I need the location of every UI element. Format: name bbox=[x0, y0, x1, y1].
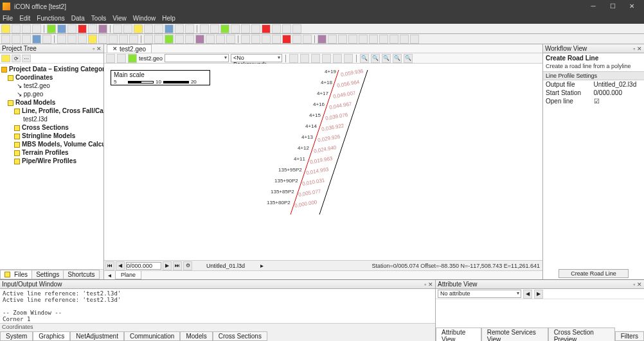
tool-icon[interactable] bbox=[106, 54, 115, 63]
tool-icon[interactable] bbox=[318, 35, 326, 44]
tree-line-profile[interactable]: Line, Profile, Cross Fall/Camber bbox=[22, 107, 103, 114]
tool-icon[interactable] bbox=[144, 24, 153, 33]
menu-file[interactable]: File bbox=[3, 15, 13, 22]
zoom-icon[interactable]: 🔍 bbox=[382, 54, 391, 63]
tree-item[interactable]: Pipe/Wire Profiles bbox=[22, 157, 76, 164]
tool-icon[interactable] bbox=[282, 24, 291, 33]
menu-help[interactable]: Help bbox=[162, 15, 175, 22]
menu-window[interactable]: Window bbox=[133, 15, 156, 22]
arrow-right-icon[interactable]: ▶ bbox=[534, 290, 543, 299]
background-dropdown[interactable]: <No Background> bbox=[231, 54, 282, 62]
io-output[interactable]: Active line reference: 'test2.l3d' Activ… bbox=[0, 289, 435, 323]
tab-cross-sections[interactable]: Cross Sections bbox=[213, 331, 267, 341]
tab-settings[interactable]: Settings bbox=[31, 270, 64, 279]
tool-icon[interactable] bbox=[129, 35, 138, 44]
tab-cross-section-preview[interactable]: Cross Section Preview bbox=[548, 328, 615, 341]
tool-icon[interactable] bbox=[262, 24, 271, 33]
tool-icon[interactable] bbox=[119, 35, 128, 44]
tree-item[interactable]: Stringline Models bbox=[22, 132, 75, 139]
tool-icon[interactable] bbox=[272, 24, 281, 33]
tab-shortcuts[interactable]: Shortcuts bbox=[63, 270, 99, 279]
tool-icon[interactable] bbox=[272, 35, 281, 44]
tab-models[interactable]: Models bbox=[180, 331, 212, 341]
tool-icon[interactable] bbox=[262, 35, 271, 44]
tree-item[interactable]: pp.geo bbox=[24, 91, 44, 98]
tool-icon[interactable] bbox=[333, 54, 342, 63]
zoom-icon[interactable]: 🔍 bbox=[371, 54, 380, 63]
nav-next-icon[interactable]: ▶ bbox=[163, 261, 172, 270]
tab-netadjustment[interactable]: NetAdjustment bbox=[70, 331, 124, 341]
tool-icon[interactable] bbox=[12, 24, 21, 33]
tool-icon[interactable] bbox=[251, 24, 260, 33]
tool-icon[interactable] bbox=[42, 35, 51, 44]
attribute-dropdown[interactable]: No attribute bbox=[438, 290, 521, 298]
tree-root[interactable]: Project Data – Existing Categories bbox=[9, 66, 103, 73]
tool-icon[interactable] bbox=[67, 24, 76, 33]
tool-icon[interactable] bbox=[216, 35, 225, 44]
tool-icon[interactable] bbox=[113, 24, 122, 33]
tool-icon[interactable] bbox=[344, 54, 353, 63]
tool-icon[interactable] bbox=[200, 24, 209, 33]
tool-icon[interactable] bbox=[338, 35, 347, 44]
tool-icon[interactable] bbox=[210, 24, 219, 33]
tool-icon[interactable] bbox=[22, 24, 31, 33]
maximize-button[interactable]: ☐ bbox=[603, 0, 622, 13]
tab-plane[interactable]: Plane bbox=[115, 271, 141, 279]
tool-icon[interactable] bbox=[12, 35, 21, 44]
panel-close-icon[interactable]: ▫ ✕ bbox=[424, 281, 433, 288]
menu-view[interactable]: View bbox=[112, 15, 127, 22]
tool-icon[interactable] bbox=[88, 24, 97, 33]
tool-icon[interactable] bbox=[22, 35, 31, 44]
tool-icon[interactable] bbox=[165, 24, 174, 33]
tool-icon[interactable] bbox=[154, 35, 163, 44]
tool-icon[interactable] bbox=[165, 35, 174, 44]
tool-icon[interactable] bbox=[109, 35, 118, 44]
tab-arrow-icon[interactable]: ◂ bbox=[104, 272, 115, 279]
menu-data[interactable]: Data bbox=[71, 15, 85, 22]
tab-files[interactable]: Files bbox=[0, 270, 32, 279]
tree-item[interactable]: Cross Sections bbox=[22, 124, 69, 131]
tool-icon[interactable] bbox=[300, 54, 309, 63]
wf-value[interactable]: Untitled_02.l3d bbox=[594, 81, 642, 88]
tab-communication[interactable]: Communication bbox=[124, 331, 180, 341]
canvas[interactable]: Main scale 5 10 20 4+194+184+174+164+154… bbox=[104, 64, 542, 260]
tree-item[interactable]: Terrain Profiles bbox=[22, 149, 69, 156]
create-road-line-button[interactable]: Create Road Line bbox=[559, 269, 629, 278]
settings-icon[interactable]: ⚙ bbox=[183, 261, 192, 270]
tool-icon[interactable] bbox=[128, 54, 137, 63]
tree-item[interactable]: MBS Models, Volume Calculation bbox=[22, 141, 103, 148]
tool-icon[interactable] bbox=[32, 35, 41, 44]
tool-icon[interactable] bbox=[322, 54, 331, 63]
tool-icon[interactable] bbox=[292, 35, 301, 44]
tool-icon[interactable] bbox=[348, 35, 357, 44]
tool-icon[interactable] bbox=[98, 24, 107, 33]
tool-icon[interactable] bbox=[400, 35, 409, 44]
tool-icon[interactable] bbox=[220, 24, 229, 33]
wf-checkbox[interactable]: ☑ bbox=[594, 98, 642, 105]
tool-icon[interactable] bbox=[117, 54, 126, 63]
tool-icon[interactable] bbox=[88, 35, 97, 44]
tab-system[interactable]: System bbox=[0, 331, 33, 341]
tab-graphics[interactable]: Graphics bbox=[33, 331, 70, 341]
tool-icon[interactable] bbox=[78, 35, 87, 44]
tool-icon[interactable] bbox=[47, 24, 56, 33]
minimize-button[interactable]: ─ bbox=[584, 0, 603, 13]
tab-remote-services[interactable]: Remote Services View bbox=[481, 328, 548, 341]
tool-icon[interactable] bbox=[241, 24, 250, 33]
refresh-icon[interactable]: ⟳ bbox=[12, 55, 21, 62]
zoom-icon[interactable]: 🔍 bbox=[393, 54, 402, 63]
station-input[interactable] bbox=[126, 262, 161, 270]
tool-icon[interactable] bbox=[32, 24, 41, 33]
tab-arrow-icon[interactable]: ▸ bbox=[260, 262, 264, 269]
tool-icon[interactable] bbox=[175, 24, 184, 33]
tool-icon[interactable] bbox=[231, 24, 240, 33]
tool-icon[interactable] bbox=[359, 35, 368, 44]
menu-edit[interactable]: Edit bbox=[19, 15, 30, 22]
tool-icon[interactable] bbox=[57, 24, 66, 33]
tool-icon[interactable] bbox=[134, 24, 143, 33]
tree-coordinates[interactable]: Coordinates bbox=[15, 74, 53, 81]
tool-icon[interactable] bbox=[289, 54, 298, 63]
nav-prev-icon[interactable]: ◀ bbox=[116, 261, 125, 270]
doc-dropdown[interactable] bbox=[165, 54, 229, 62]
tab-filters[interactable]: Filters bbox=[615, 331, 644, 341]
